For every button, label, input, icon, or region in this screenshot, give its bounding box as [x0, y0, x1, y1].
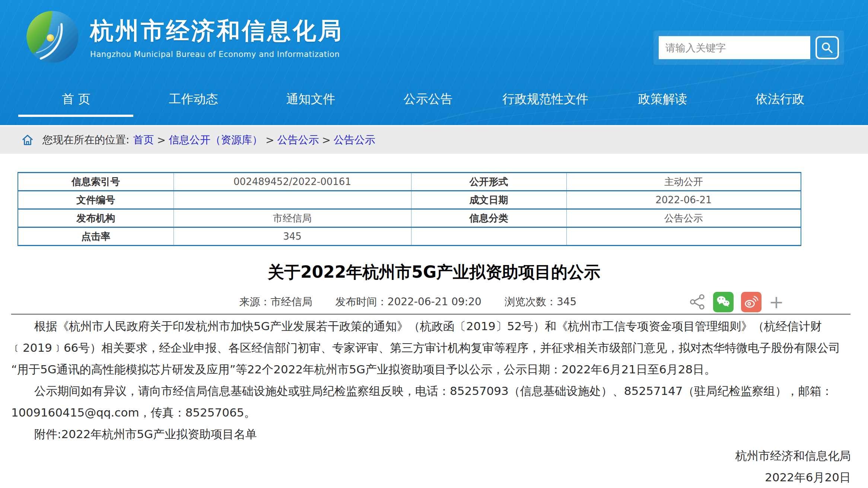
category-label: 信息分类 [411, 209, 566, 227]
nav-item-work-trends[interactable]: 工作动态 [135, 85, 252, 125]
publisher-label: 发布机构 [18, 209, 174, 227]
search-area [654, 31, 844, 65]
article-signature: 杭州市经济和信息化局 2022年6月20日 [0, 445, 851, 488]
table-row: 发布机构 市经信局 信息分类 公告公示 [18, 209, 801, 227]
empty-value [566, 227, 801, 246]
table-row: 点击率 345 [18, 227, 801, 246]
weibo-icon [743, 294, 759, 310]
wechat-icon [715, 294, 731, 310]
nav-item-law-based-administration[interactable]: 依法行政 [721, 85, 839, 125]
issue-date-value: 2022-06-21 [566, 191, 801, 209]
home-icon[interactable] [21, 133, 34, 147]
nav-item-administrative-normative-documents[interactable]: 行政规范性文件 [487, 85, 604, 125]
info-index-label: 信息索引号 [18, 173, 174, 191]
more-share-button[interactable]: + [769, 292, 784, 312]
breadcrumb-separator: > [266, 134, 274, 146]
search-icon [820, 41, 834, 54]
search-button[interactable] [815, 36, 839, 59]
article-body: 根据《杭州市人民政府关于印发杭州市加快5G产业发展若干政策的通知》（杭政函〔20… [11, 315, 851, 445]
site-header: 杭州市经济和信息化局 Hangzhou Municipal Bureau of … [0, 0, 868, 125]
breadcrumb-link-info-disclosure[interactable]: 信息公开（资源库） [169, 133, 263, 147]
attachment-link[interactable]: 附件:2022年杭州市5G产业拟资助项目名单 [11, 423, 851, 445]
publisher-value: 市经信局 [174, 209, 411, 227]
title-block: 杭州市经济和信息化局 Hangzhou Municipal Bureau of … [90, 15, 343, 59]
click-rate-value: 345 [174, 227, 411, 246]
empty-label [411, 227, 566, 246]
site-title: 杭州市经济和信息化局 [90, 15, 343, 47]
breadcrumb-link-announcements-current[interactable]: 公告公示 [334, 133, 375, 147]
breadcrumb-link-home[interactable]: 首页 [133, 133, 154, 147]
breadcrumb-link-announcements[interactable]: 公告公示 [277, 133, 319, 147]
logo-row: 杭州市经济和信息化局 Hangzhou Municipal Bureau of … [26, 10, 343, 63]
doc-number-label: 文件编号 [18, 191, 174, 209]
article-paragraph: 根据《杭州市人民政府关于印发杭州市加快5G产业发展若干政策的通知》（杭政函〔20… [11, 315, 851, 380]
bureau-logo [26, 10, 79, 63]
issue-date-label: 成文日期 [411, 191, 566, 209]
document-info-table: 信息索引号 002489452/2022-00161 公开形式 主动公开 文件编… [18, 172, 801, 246]
open-form-label: 公开形式 [411, 173, 566, 191]
article-paragraph: 公示期间如有异议，请向市经信局信息基础设施处或驻局纪检监察组反映，电话：8525… [11, 380, 851, 423]
article-meta-row: 来源：市经信局 发布时间：2022-06-21 09:20 浏览次数：345 [0, 291, 868, 312]
breadcrumb-prefix: 您现在所在的位置: [42, 133, 129, 147]
category-value: 公告公示 [566, 209, 801, 227]
page-title: 关于2022年杭州市5G产业拟资助项目的公示 [0, 261, 868, 283]
wechat-share-button[interactable] [713, 292, 734, 312]
table-row: 信息索引号 002489452/2022-00161 公开形式 主动公开 [18, 173, 801, 191]
click-rate-label: 点击率 [18, 227, 174, 246]
main-nav: 首 页 工作动态 通知文件 公示公告 行政规范性文件 政策解读 依法行政 [18, 85, 839, 125]
share-icon[interactable] [689, 294, 706, 310]
meta-views: 浏览次数：345 [505, 291, 576, 312]
meta-publish-time: 发布时间：2022-06-21 09:20 [336, 291, 481, 312]
share-toolbar: + [689, 291, 784, 312]
breadcrumb-separator: > [322, 134, 330, 146]
signature-date: 2022年6月20日 [0, 466, 851, 488]
nav-item-home[interactable]: 首 页 [18, 85, 135, 125]
doc-number-value [174, 191, 411, 209]
article-divider [11, 314, 850, 315]
breadcrumb: 您现在所在的位置: 首页 > 信息公开（资源库） > 公告公示 > 公告公示 [0, 126, 868, 154]
table-row: 文件编号 成文日期 2022-06-21 [18, 191, 801, 209]
info-index-value: 002489452/2022-00161 [174, 173, 411, 191]
nav-item-notice-documents[interactable]: 通知文件 [252, 85, 369, 125]
weibo-share-button[interactable] [741, 292, 762, 312]
nav-item-public-announcements[interactable]: 公示公告 [369, 85, 487, 125]
open-form-value: 主动公开 [566, 173, 801, 191]
signature-org: 杭州市经济和信息化局 [0, 445, 851, 466]
nav-item-policy-interpretation[interactable]: 政策解读 [604, 85, 721, 125]
meta-source: 来源：市经信局 [239, 291, 312, 312]
site-subtitle: Hangzhou Municipal Bureau of Economy and… [90, 50, 343, 59]
breadcrumb-separator: > [157, 134, 165, 146]
search-input[interactable] [659, 36, 810, 59]
